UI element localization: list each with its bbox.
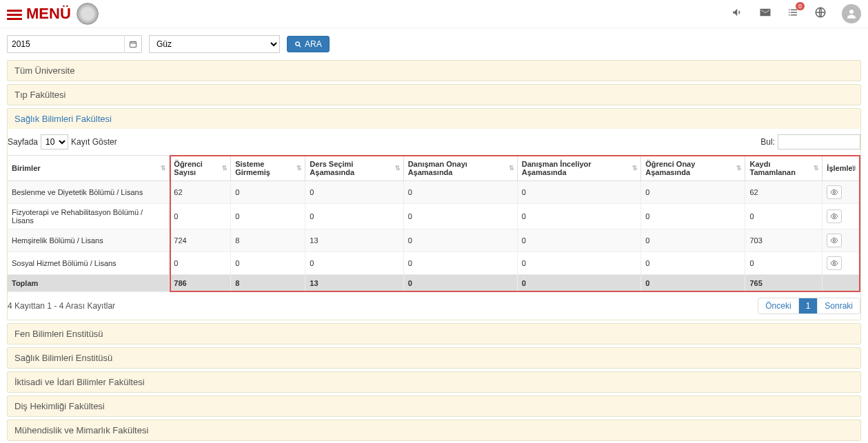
avatar[interactable] [842, 4, 861, 23]
table-container: Birimler⇅Öğrenci Sayısı⇅Sisteme Girmemiş… [8, 155, 860, 292]
cell-value: 0 [231, 252, 305, 275]
footer-value: 765 [745, 275, 822, 292]
cell-value: 62 [745, 181, 822, 204]
col-header[interactable]: Danışman Onayı Aşamasında⇅ [403, 156, 517, 181]
col-header[interactable]: Kaydı Tamamlanan⇅ [745, 156, 822, 181]
panel-heading[interactable]: Tıp Fakültesi [8, 85, 860, 105]
panel-heading[interactable]: Sağlık Bilimleri Fakültesi [8, 109, 860, 129]
sort-icon: ⇅ [296, 165, 302, 172]
data-table: Birimler⇅Öğrenci Sayısı⇅Sisteme Girmemiş… [8, 155, 860, 292]
length-label: Sayfada 10 Kayıt Göster [8, 134, 117, 150]
svg-rect-2 [130, 42, 137, 48]
cell-value: 0 [403, 181, 517, 204]
cell-value: 0 [305, 204, 403, 229]
cell-value: 0 [641, 229, 745, 252]
year-input[interactable] [7, 35, 124, 53]
table-row: Beslenme ve Diyetetik Bölümü / Lisans620… [8, 181, 860, 204]
panel: Mühendislik ve Mimarlık Fakültesi [7, 420, 861, 441]
eye-icon [830, 236, 838, 245]
sort-icon: ⇅ [395, 165, 401, 172]
cell-value: 0 [170, 252, 231, 275]
cell-value: 0 [517, 229, 641, 252]
view-button[interactable] [827, 185, 842, 199]
calendar-icon[interactable] [124, 35, 142, 53]
menu-label: MENÜ [26, 5, 71, 23]
next-page[interactable]: Sonraki [818, 298, 860, 313]
panel-heading[interactable]: Diş Hekimliği Fakültesi [8, 396, 860, 416]
announcement-icon[interactable] [731, 6, 744, 22]
cell-name: Hemşirelik Bölümü / Lisans [8, 229, 170, 252]
svg-point-4 [834, 192, 836, 194]
cell-value: 13 [305, 229, 403, 252]
col-header[interactable]: Danışman İnceliyor Aşamasında⇅ [517, 156, 641, 181]
panel-heading[interactable]: Mühendislik ve Mimarlık Fakültesi [8, 420, 860, 440]
cell-value: 724 [170, 229, 231, 252]
sort-icon: ⇅ [161, 165, 166, 172]
search-button[interactable]: ARA [287, 36, 330, 52]
col-header[interactable]: Öğrenci Sayısı⇅ [170, 156, 231, 181]
footer-value: 0 [517, 275, 641, 292]
panel: Diş Hekimliği Fakültesi [7, 395, 861, 417]
mail-icon[interactable] [759, 6, 771, 22]
view-button[interactable] [827, 234, 842, 247]
search-label: Bul: [760, 134, 860, 150]
footer-value: 786 [170, 275, 231, 292]
table-row: Fizyoterapi ve Rehabilitasyon Bölümü / L… [8, 204, 860, 229]
cell-value: 0 [170, 204, 231, 229]
cell-value: 0 [641, 181, 745, 204]
view-button[interactable] [827, 209, 842, 223]
panel-heading[interactable]: İktisadi ve İdari Bilimler Fakültesi [8, 372, 860, 392]
svg-point-7 [834, 262, 836, 265]
list-icon[interactable]: 0 [787, 6, 799, 22]
cell-actions [822, 252, 860, 275]
eye-icon [830, 188, 838, 196]
footer-label: Toplam [8, 275, 170, 292]
length-select[interactable]: 10 [41, 134, 68, 150]
panel-heading[interactable]: Fen Bilimleri Enstitüsü [8, 324, 860, 344]
footer-value: 8 [231, 275, 305, 292]
cell-actions [822, 181, 860, 204]
menu-button[interactable]: MENÜ [7, 5, 71, 23]
col-header[interactable]: İşlemler⇅ [822, 156, 860, 181]
cell-value: 0 [517, 252, 641, 275]
eye-icon [830, 259, 838, 267]
search-input[interactable] [778, 134, 860, 150]
panel: Fen Bilimleri Enstitüsü [7, 323, 861, 344]
footer-value: 0 [641, 275, 745, 292]
panel-heading[interactable]: Tüm Üniversite [8, 61, 860, 81]
cell-value: 0 [231, 181, 305, 204]
cell-value: 0 [231, 204, 305, 229]
col-header[interactable]: Ders Seçimi Aşamasında⇅ [305, 156, 403, 181]
panel: Sağlık Bilimleri FakültesiSayfada 10 Kay… [7, 108, 861, 320]
table-info: 4 Kayıttan 1 - 4 Arası Kayıtlar [8, 301, 115, 311]
cell-value: 0 [305, 252, 403, 275]
cell-value: 8 [231, 229, 305, 252]
panel-heading[interactable]: Sağlık Bilimleri Enstitüsü [8, 348, 860, 368]
svg-point-5 [834, 216, 836, 218]
col-header[interactable]: Öğrenci Onay Aşamasında⇅ [641, 156, 745, 181]
search-label: ARA [305, 39, 322, 49]
table-row: Hemşirelik Bölümü / Lisans724813000703 [8, 229, 860, 252]
prev-page[interactable]: Önceki [758, 298, 798, 313]
cell-name: Sosyal Hizmet Bölümü / Lisans [8, 252, 170, 275]
col-header[interactable]: Birimler⇅ [8, 156, 170, 181]
panel: Tıp Fakültesi [7, 84, 861, 105]
cell-value: 0 [517, 204, 641, 229]
sort-icon: ⇅ [632, 165, 638, 172]
globe-icon[interactable] [814, 6, 827, 22]
view-button[interactable] [827, 256, 842, 270]
svg-point-1 [849, 10, 854, 14]
footer-value: 13 [305, 275, 403, 292]
table-row: Sosyal Hizmet Bölümü / Lisans0000000 [8, 252, 860, 275]
cell-value: 0 [745, 204, 822, 229]
pagination: Önceki1Sonraki [758, 298, 860, 314]
page-number[interactable]: 1 [799, 298, 818, 313]
sort-icon: ⇅ [736, 165, 742, 172]
eye-icon [830, 212, 838, 220]
panel: İktisadi ve İdari Bilimler Fakültesi [7, 371, 861, 393]
col-header[interactable]: Sisteme Girmemiş⇅ [231, 156, 305, 181]
cell-value: 0 [745, 252, 822, 275]
panel: Tüm Üniversite [7, 60, 861, 81]
sort-icon: ⇅ [814, 165, 819, 172]
semester-select[interactable]: Güz [149, 35, 280, 53]
